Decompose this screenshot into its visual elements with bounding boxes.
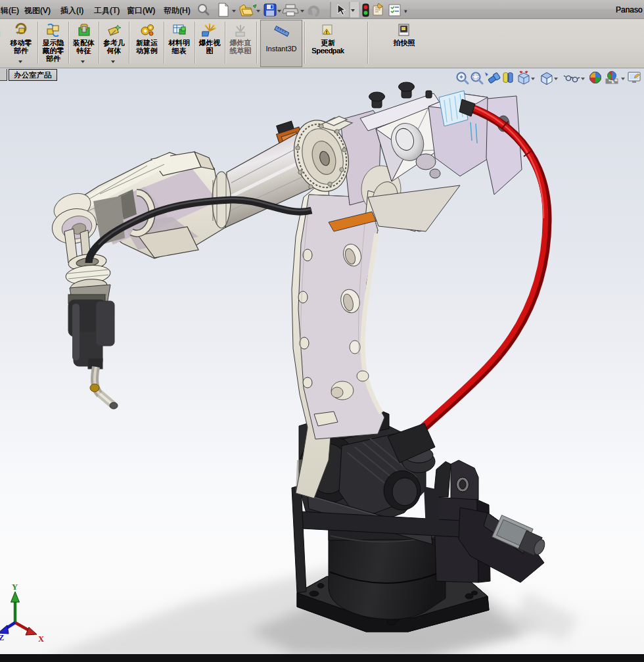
svg-text:▾: ▾: [404, 8, 407, 14]
svg-text:X: X: [38, 634, 44, 644]
svg-text:Z: Z: [0, 633, 4, 642]
svg-text:Y: Y: [12, 582, 18, 592]
